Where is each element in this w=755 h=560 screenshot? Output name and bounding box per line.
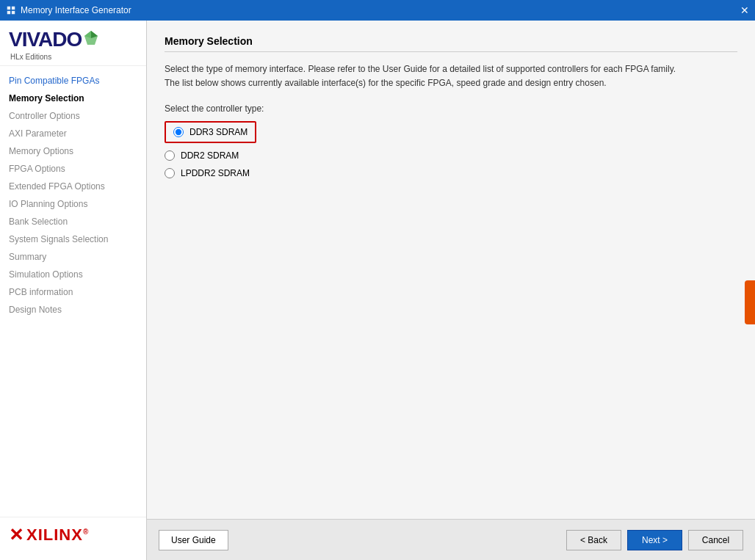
svg-rect-3 xyxy=(12,11,15,14)
close-button[interactable]: ✕ xyxy=(740,4,749,16)
content-main: Memory Selection Select the type of memo… xyxy=(147,21,755,519)
leaf-icon xyxy=(83,28,99,51)
description: Select the type of memory interface. Ple… xyxy=(165,62,737,90)
radio-lpddr2-label: LPDDR2 SDRAM xyxy=(181,168,250,178)
xilinx-logo: ✕ XILINX® xyxy=(0,517,146,553)
content-area: Memory Selection Select the type of memo… xyxy=(147,21,755,560)
sidebar-item-summary: Summary xyxy=(0,248,146,266)
user-guide-button[interactable]: User Guide xyxy=(159,530,228,550)
radio-ddr2[interactable]: DDR2 SDRAM xyxy=(165,150,737,161)
sidebar: VIVADO HLx Editions Pin Compatible FPGAs… xyxy=(0,21,147,560)
radio-ddr2-label: DDR2 SDRAM xyxy=(181,150,239,161)
sidebar-item-memory-options: Memory Options xyxy=(0,142,146,160)
back-button[interactable]: < Back xyxy=(566,530,621,550)
sidebar-item-fpga-options: FPGA Options xyxy=(0,160,146,178)
sidebar-item-extended-fpga: Extended FPGA Options xyxy=(0,178,146,195)
sidebar-item-system-signals: System Signals Selection xyxy=(0,230,146,248)
title-bar: Memory Interface Generator ✕ xyxy=(0,0,755,21)
radio-ddr3[interactable]: DDR3 SDRAM xyxy=(165,121,737,143)
section-title: Memory Selection xyxy=(165,35,737,52)
footer: User Guide < Back Next > Cancel xyxy=(147,519,755,560)
controller-label: Select the controller type: xyxy=(165,103,737,114)
sidebar-item-controller-options: Controller Options xyxy=(0,107,146,125)
sidebar-item-pcb-information: PCB information xyxy=(0,283,146,301)
sidebar-item-pin-compatible[interactable]: Pin Compatible FPGAs xyxy=(0,72,146,90)
next-button[interactable]: Next > xyxy=(627,530,682,550)
radio-lpddr2-input[interactable] xyxy=(165,168,175,178)
sidebar-item-io-planning: IO Planning Options xyxy=(0,195,146,213)
brand-logo: VIVADO xyxy=(9,28,137,51)
sidebar-item-axi-parameter: AXI Parameter xyxy=(0,125,146,142)
xilinx-x-icon: ✕ xyxy=(9,525,24,545)
sidebar-item-memory-selection[interactable]: Memory Selection xyxy=(0,90,146,107)
window-title: Memory Interface Generator xyxy=(21,5,131,15)
description-line2: The list below shows currently available… xyxy=(165,78,607,88)
brand-subtitle: HLx Editions xyxy=(10,53,137,61)
svg-rect-2 xyxy=(7,11,10,14)
radio-ddr2-input[interactable] xyxy=(165,150,175,161)
svg-rect-0 xyxy=(7,7,10,10)
app-icon xyxy=(6,5,16,15)
sidebar-nav: Pin Compatible FPGAs Memory Selection Co… xyxy=(0,66,146,517)
sidebar-item-design-notes: Design Notes xyxy=(0,301,146,319)
radio-group: DDR3 SDRAM DDR2 SDRAM LPDDR2 SDRAM xyxy=(165,121,737,178)
brand-name: VIVADO xyxy=(9,28,82,51)
radio-ddr3-input[interactable] xyxy=(173,127,184,137)
orange-accent xyxy=(745,280,755,324)
radio-ddr3-label: DDR3 SDRAM xyxy=(189,127,248,137)
xilinx-brand: XILINX® xyxy=(26,526,89,545)
description-line1: Select the type of memory interface. Ple… xyxy=(165,64,676,74)
radio-lpddr2[interactable]: LPDDR2 SDRAM xyxy=(165,168,737,178)
cancel-button[interactable]: Cancel xyxy=(688,530,743,550)
sidebar-logo: VIVADO HLx Editions xyxy=(0,21,146,66)
sidebar-item-bank-selection: Bank Selection xyxy=(0,213,146,230)
svg-rect-1 xyxy=(12,7,15,10)
sidebar-item-simulation-options: Simulation Options xyxy=(0,266,146,283)
